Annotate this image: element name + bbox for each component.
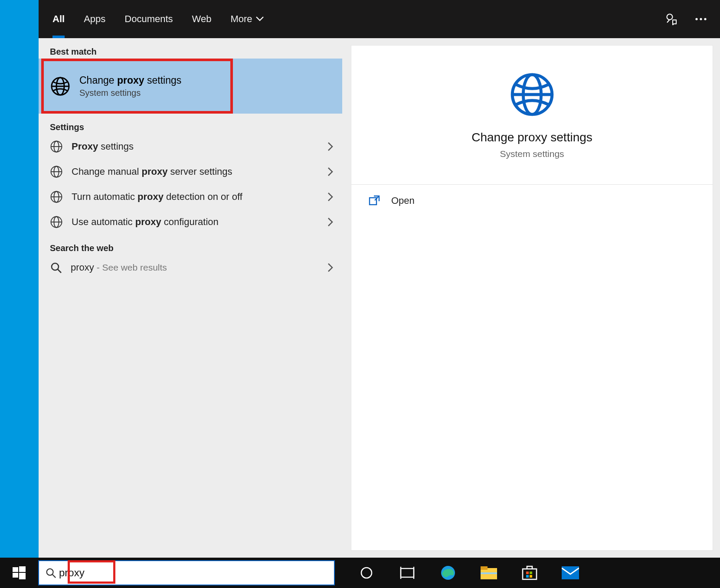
svg-rect-28 xyxy=(19,573,26,579)
chevron-down-icon xyxy=(256,16,264,22)
svg-point-2 xyxy=(700,18,702,20)
web-result-proxy[interactable]: proxy - See web results xyxy=(39,255,342,280)
preview-title: Change proxy settings xyxy=(471,131,592,144)
svg-rect-41 xyxy=(530,572,532,574)
globe-icon xyxy=(50,216,63,229)
svg-rect-24 xyxy=(370,198,376,205)
svg-rect-32 xyxy=(401,568,414,577)
circle-icon xyxy=(360,566,373,579)
edge-icon xyxy=(440,565,456,581)
chevron-right-icon xyxy=(327,217,334,227)
search-panel: Best match Change proxy settings System … xyxy=(39,38,720,558)
globe-icon xyxy=(508,71,556,118)
settings-section-label: Settings xyxy=(39,114,342,134)
tab-more[interactable]: More xyxy=(230,0,263,38)
search-web-label: Search the web xyxy=(39,235,342,255)
taskbar-search-input[interactable] xyxy=(59,567,334,579)
preview-subtitle: System settings xyxy=(500,149,564,159)
start-button[interactable] xyxy=(0,558,38,588)
globe-icon xyxy=(50,140,63,153)
svg-line-20 xyxy=(58,269,61,273)
svg-rect-26 xyxy=(19,566,26,572)
search-icon xyxy=(50,261,62,274)
svg-rect-43 xyxy=(530,575,532,578)
chevron-right-icon xyxy=(327,142,334,151)
svg-point-1 xyxy=(695,18,697,20)
preview-action-open[interactable]: Open xyxy=(351,185,713,217)
results-column: Best match Change proxy settings System … xyxy=(39,38,342,558)
search-icon xyxy=(45,567,56,578)
taskbar-task-view[interactable] xyxy=(387,558,428,588)
settings-result-use-automatic-proxy[interactable]: Use automatic proxy configuration xyxy=(39,209,342,235)
svg-point-3 xyxy=(704,18,706,20)
preview-action-label: Open xyxy=(391,195,415,206)
folder-icon xyxy=(481,566,497,579)
chevron-right-icon xyxy=(327,167,334,176)
globe-icon xyxy=(50,76,71,97)
taskbar-app-edge[interactable] xyxy=(428,558,468,588)
tab-more-label: More xyxy=(230,13,252,25)
taskbar-app-mail[interactable] xyxy=(550,558,591,588)
svg-rect-44 xyxy=(562,566,579,579)
open-icon xyxy=(369,195,380,206)
svg-rect-27 xyxy=(13,573,18,578)
globe-icon xyxy=(50,190,63,203)
svg-rect-42 xyxy=(526,575,529,578)
settings-result-turn-automatic-proxy[interactable]: Turn automatic proxy detection on or off xyxy=(39,184,342,209)
result-preview-pane: Change proxy settings System settings Op… xyxy=(351,45,713,551)
tab-all[interactable]: All xyxy=(52,0,65,38)
taskbar-search-box[interactable] xyxy=(38,560,335,585)
settings-result-proxy-settings[interactable]: Proxy settings xyxy=(39,134,342,159)
search-header: All Apps Documents Web More xyxy=(39,0,720,38)
taskbar-app-store[interactable] xyxy=(509,558,550,588)
task-view-icon xyxy=(400,567,415,579)
svg-point-19 xyxy=(52,263,59,270)
taskbar-cortana[interactable] xyxy=(346,558,387,588)
settings-result-label: Proxy settings xyxy=(72,140,319,153)
svg-point-0 xyxy=(667,14,673,20)
windows-logo-icon xyxy=(13,566,26,579)
feedback-icon[interactable] xyxy=(665,13,677,25)
more-options-icon[interactable] xyxy=(695,17,707,21)
best-match-result[interactable]: Change proxy settings System settings xyxy=(39,59,342,114)
best-match-title: Change proxy settings xyxy=(79,75,181,86)
svg-point-29 xyxy=(47,569,53,575)
globe-icon xyxy=(50,165,63,178)
settings-result-label: Turn automatic proxy detection on or off xyxy=(72,190,319,203)
tab-apps[interactable]: Apps xyxy=(84,0,105,38)
store-icon xyxy=(522,565,537,580)
svg-rect-25 xyxy=(13,567,18,572)
best-match-label: Best match xyxy=(39,38,342,59)
settings-result-label: Use automatic proxy configuration xyxy=(72,216,319,229)
svg-rect-40 xyxy=(526,572,529,574)
chevron-right-icon xyxy=(327,263,334,272)
svg-rect-37 xyxy=(481,566,488,570)
best-match-subtitle: System settings xyxy=(79,88,181,98)
chevron-right-icon xyxy=(327,192,334,202)
settings-result-change-manual-proxy[interactable]: Change manual proxy server settings xyxy=(39,159,342,184)
svg-point-31 xyxy=(361,568,372,578)
taskbar xyxy=(0,558,720,588)
tab-documents[interactable]: Documents xyxy=(124,0,173,38)
tab-web[interactable]: Web xyxy=(192,0,212,38)
mail-icon xyxy=(562,566,579,579)
taskbar-app-file-explorer[interactable] xyxy=(468,558,509,588)
svg-rect-38 xyxy=(481,572,497,574)
svg-line-30 xyxy=(52,575,56,578)
web-result-label: proxy - See web results xyxy=(71,261,319,274)
desktop-left-stripe xyxy=(0,0,39,558)
settings-result-label: Change manual proxy server settings xyxy=(72,165,319,178)
